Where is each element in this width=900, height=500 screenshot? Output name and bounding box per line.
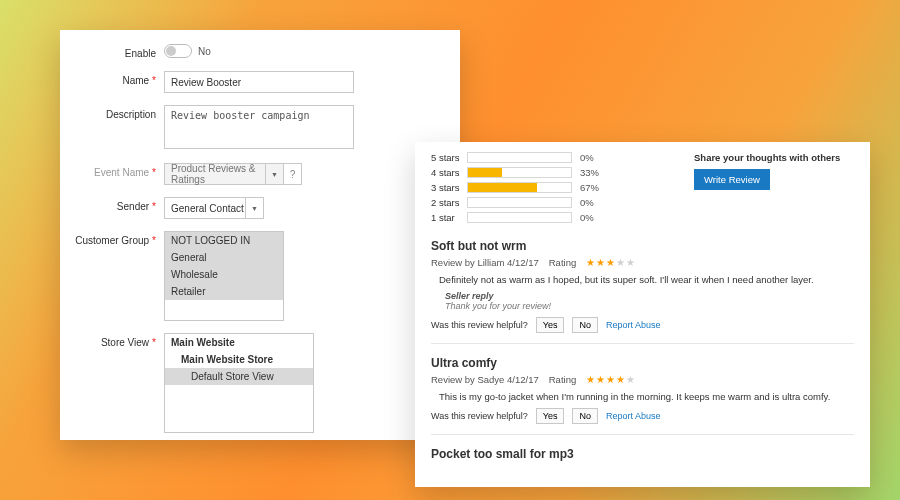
bar-row-4: 4 stars 33% bbox=[431, 167, 694, 178]
label-event: Event Name* bbox=[64, 163, 164, 178]
description-textarea[interactable]: Review booster campaign bbox=[164, 105, 354, 149]
review-body: Definitely not as warm as I hoped, but i… bbox=[439, 274, 854, 285]
star-icon: ★ bbox=[626, 258, 635, 268]
sender-value: General Contact bbox=[171, 203, 244, 214]
bar-track bbox=[467, 182, 572, 193]
list-item[interactable]: Wholesale bbox=[165, 266, 283, 283]
helpful-no-button[interactable]: No bbox=[572, 317, 598, 333]
row-enable: Enable No bbox=[64, 44, 448, 59]
star-icon: ★ bbox=[616, 375, 625, 385]
enable-value: No bbox=[198, 46, 211, 57]
event-select: Product Reviews & Ratings ▼ bbox=[164, 163, 284, 185]
helpful-yes-button[interactable]: Yes bbox=[536, 317, 565, 333]
ratings-summary: 5 stars 0% 4 stars 33% 3 stars 67% 2 sta… bbox=[431, 152, 854, 227]
star-icon: ★ bbox=[616, 258, 625, 268]
tree-view[interactable]: Default Store View bbox=[165, 368, 313, 385]
row-customer-group: Customer Group* NOT LOGGED IN General Wh… bbox=[64, 231, 448, 321]
list-item[interactable]: Retailer bbox=[165, 283, 283, 300]
share-title: Share your thoughts with others bbox=[694, 152, 854, 163]
review-meta: Review by Sadye 4/12/17 Rating ★★★★★ bbox=[431, 374, 854, 385]
star-rating: ★★★★★ bbox=[586, 375, 635, 385]
review-title: Ultra comfy bbox=[431, 356, 854, 370]
list-item[interactable]: NOT LOGGED IN bbox=[165, 232, 283, 249]
bar-track bbox=[467, 212, 572, 223]
chevron-down-icon: ▼ bbox=[265, 164, 283, 184]
star-icon: ★ bbox=[596, 258, 605, 268]
label-name: Name* bbox=[64, 71, 164, 86]
tree-root[interactable]: Main Website bbox=[165, 334, 313, 351]
review-item: Soft but not wrm Review by Lilliam 4/12/… bbox=[431, 227, 854, 344]
seller-reply-heading: Seller reply bbox=[445, 291, 854, 301]
review-title: Soft but not wrm bbox=[431, 239, 854, 253]
helpful-prompt: Was this review helpful? bbox=[431, 411, 528, 421]
label-sender: Sender* bbox=[64, 197, 164, 212]
label-enable: Enable bbox=[64, 44, 164, 59]
star-icon: ★ bbox=[586, 258, 595, 268]
bar-row-1: 1 star 0% bbox=[431, 212, 694, 223]
event-info-button[interactable]: ? bbox=[284, 163, 302, 185]
helpful-row: Was this review helpful? Yes No Report A… bbox=[431, 408, 854, 424]
star-icon: ★ bbox=[626, 375, 635, 385]
customer-group-listbox[interactable]: NOT LOGGED IN General Wholesale Retailer bbox=[164, 231, 284, 321]
review-byline: Review by Lilliam 4/12/17 bbox=[431, 257, 539, 268]
bar-track bbox=[467, 197, 572, 208]
admin-form-panel: Enable No Name* Description Review boost… bbox=[60, 30, 460, 440]
toggle-knob bbox=[166, 46, 176, 56]
star-icon: ★ bbox=[596, 375, 605, 385]
row-store-view: Store View* Main Website Main Website St… bbox=[64, 333, 448, 433]
report-abuse-link[interactable]: Report Abuse bbox=[606, 411, 661, 421]
sender-select[interactable]: General Contact ▼ bbox=[164, 197, 264, 219]
bar-row-3: 3 stars 67% bbox=[431, 182, 694, 193]
seller-reply-body: Thank you for your review! bbox=[445, 301, 854, 311]
review-meta: Review by Lilliam 4/12/17 Rating ★★★★★ bbox=[431, 257, 854, 268]
name-input[interactable] bbox=[164, 71, 354, 93]
bar-row-5: 5 stars 0% bbox=[431, 152, 694, 163]
review-byline: Review by Sadye 4/12/17 bbox=[431, 374, 539, 385]
row-sender: Sender* General Contact ▼ bbox=[64, 197, 448, 219]
bar-fill bbox=[468, 168, 502, 177]
rating-bars: 5 stars 0% 4 stars 33% 3 stars 67% 2 sta… bbox=[431, 152, 694, 227]
star-rating: ★★★★★ bbox=[586, 258, 635, 268]
label-description: Description bbox=[64, 105, 164, 120]
bar-fill bbox=[468, 183, 537, 192]
helpful-no-button[interactable]: No bbox=[572, 408, 598, 424]
review-title: Pocket too small for mp3 bbox=[431, 447, 854, 461]
review-item: Pocket too small for mp3 bbox=[431, 435, 854, 461]
star-icon: ★ bbox=[606, 258, 615, 268]
toggle-track bbox=[164, 44, 192, 58]
review-body: This is my go-to jacket when I'm running… bbox=[439, 391, 854, 402]
write-review-button[interactable]: Write Review bbox=[694, 169, 770, 190]
event-value: Product Reviews & Ratings bbox=[171, 163, 277, 185]
helpful-yes-button[interactable]: Yes bbox=[536, 408, 565, 424]
report-abuse-link[interactable]: Report Abuse bbox=[606, 320, 661, 330]
reviews-panel: 5 stars 0% 4 stars 33% 3 stars 67% 2 sta… bbox=[415, 142, 870, 487]
label-store-view: Store View* bbox=[64, 333, 164, 348]
bar-track bbox=[467, 152, 572, 163]
bar-row-2: 2 stars 0% bbox=[431, 197, 694, 208]
enable-toggle[interactable]: No bbox=[164, 44, 448, 58]
row-event: Event Name* Product Reviews & Ratings ▼ … bbox=[64, 163, 448, 185]
row-name: Name* bbox=[64, 71, 448, 93]
store-view-tree[interactable]: Main Website Main Website Store Default … bbox=[164, 333, 314, 433]
label-customer-group: Customer Group* bbox=[64, 231, 164, 246]
review-item: Ultra comfy Review by Sadye 4/12/17 Rati… bbox=[431, 344, 854, 435]
seller-reply: Seller reply Thank you for your review! bbox=[445, 291, 854, 311]
helpful-prompt: Was this review helpful? bbox=[431, 320, 528, 330]
tree-store[interactable]: Main Website Store bbox=[165, 351, 313, 368]
chevron-down-icon: ▼ bbox=[245, 198, 263, 218]
row-description: Description Review booster campaign bbox=[64, 105, 448, 151]
bar-track bbox=[467, 167, 572, 178]
star-icon: ★ bbox=[586, 375, 595, 385]
share-block: Share your thoughts with others Write Re… bbox=[694, 152, 854, 227]
list-item[interactable]: General bbox=[165, 249, 283, 266]
star-icon: ★ bbox=[606, 375, 615, 385]
helpful-row: Was this review helpful? Yes No Report A… bbox=[431, 317, 854, 333]
